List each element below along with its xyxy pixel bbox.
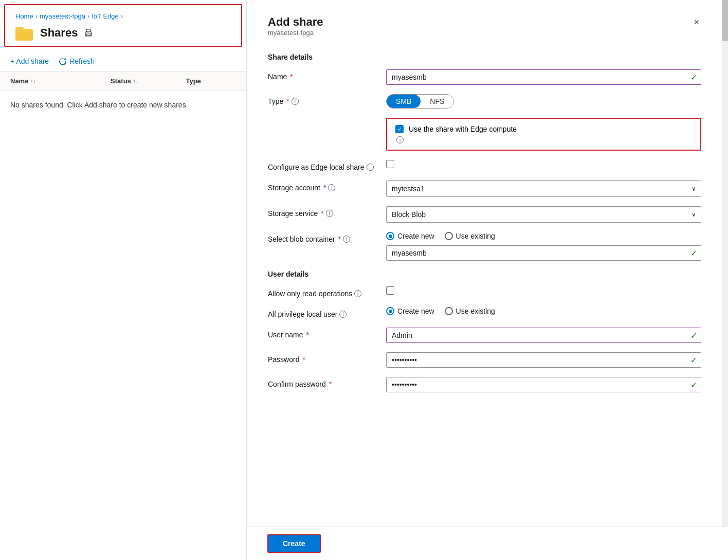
type-label: Type * i [268,94,386,105]
right-wrapper: Add share myasetest-fpga × Share details… [247,0,728,560]
type-nfs-option[interactable]: NFS [421,95,453,108]
table-header: Name ↑↓ Status ↑↓ Type [0,72,246,91]
edge-local-checkbox[interactable] [386,160,394,168]
blob-container-control: Create new Use existing ✓ [386,232,701,261]
edge-local-control [386,160,701,168]
blob-container-input-wrapper: ✓ [386,245,701,261]
storage-service-required: * [321,209,323,218]
blob-container-row: Select blob container * i Create new Use… [268,232,701,261]
scrollbar-track[interactable] [722,0,728,560]
name-row: Name * ✓ [268,69,701,85]
add-share-button[interactable]: + Add share [10,57,49,65]
add-share-drawer: Add share myasetest-fpga × Share details… [247,0,722,560]
type-smb-option[interactable]: SMB [387,95,421,108]
breadcrumb-device[interactable]: myasetest-fpga [40,12,85,20]
blob-container-info-icon[interactable]: i [343,236,350,243]
blob-use-existing-option[interactable]: Use existing [445,232,495,240]
svg-rect-1 [86,29,90,32]
read-ops-control [386,286,701,295]
storage-service-label: Storage service * i [268,206,386,218]
folder-icon [15,25,34,41]
edge-compute-checkbox-row: ✓ Use the share with Edge compute [395,125,692,133]
confirm-password-row: Confirm password * ✓ [268,377,701,392]
storage-account-info-icon[interactable]: i [328,184,335,191]
password-input[interactable] [386,352,701,368]
storage-service-select-wrapper: Block Blob Page Blob Azure Files ∨ [386,206,701,223]
breadcrumb-home[interactable]: Home [15,12,33,20]
storage-account-row: Storage account * i mytestsa1 ∨ [268,180,701,197]
confirm-password-input[interactable] [386,377,701,392]
blob-use-existing-radio[interactable] [445,232,453,240]
storage-service-info-icon[interactable]: i [326,210,333,217]
password-label: Password * [268,352,386,364]
blob-create-new-radio[interactable] [386,232,394,240]
blob-create-new-radio-inner [389,234,392,238]
privilege-use-existing-option[interactable]: Use existing [445,307,495,315]
read-ops-row: Allow only read operations i [268,286,701,298]
svg-point-3 [91,33,92,34]
breadcrumb-section[interactable]: IoT Edge [92,12,119,20]
privilege-user-row: All privilege local user i Create new Us… [268,307,701,318]
drawer-title-block: Add share myasetest-fpga [268,15,323,49]
edge-compute-info-icon[interactable]: i [396,136,404,143]
username-input[interactable] [386,328,701,343]
edge-compute-row: ✓ Use the share with Edge compute i [268,118,701,151]
refresh-icon [59,58,66,65]
privilege-use-existing-radio[interactable] [445,307,453,315]
print-icon[interactable] [84,28,93,38]
breadcrumb-highlighted-box: Home › myasetest-fpga › IoT Edge › Share… [4,4,242,47]
blob-container-required: * [338,235,341,243]
svg-rect-2 [86,34,90,35]
breadcrumb: Home › myasetest-fpga › IoT Edge › [15,12,231,20]
drawer-subtitle: myasetest-fpga [268,29,323,37]
storage-account-required: * [323,184,326,192]
storage-service-select[interactable]: Block Blob Page Blob Azure Files [386,206,701,223]
blob-create-new-option[interactable]: Create new [386,232,434,240]
sort-status-icon[interactable]: ↑↓ [133,78,138,84]
storage-service-control: Block Blob Page Blob Azure Files ∨ [386,206,701,223]
refresh-button[interactable]: Refresh [59,57,95,65]
storage-account-select[interactable]: mytestsa1 [386,180,701,197]
page-title-row: Shares [15,25,231,41]
password-check-icon: ✓ [690,355,697,365]
read-ops-info-icon[interactable]: i [354,290,361,297]
name-required: * [290,73,293,81]
col-status-header: Status ↑↓ [111,77,186,85]
name-label: Name * [268,69,386,81]
read-ops-checkbox[interactable] [386,286,394,295]
type-row: Type * i SMB NFS [268,94,701,109]
password-row: Password * ✓ [268,352,701,368]
name-input-wrapper: ✓ [386,69,701,85]
storage-account-label: Storage account * i [268,180,386,192]
bottom-spacer [268,402,701,432]
privilege-create-new-option[interactable]: Create new [386,307,434,315]
name-input[interactable] [386,69,701,85]
privilege-create-new-radio-inner [389,310,392,313]
type-info-icon[interactable]: i [292,98,299,105]
edge-local-info-icon[interactable]: i [367,164,374,171]
password-control: ✓ [386,352,701,368]
sort-name-icon[interactable]: ↑↓ [30,78,35,84]
edge-compute-checkbox[interactable]: ✓ [395,125,404,133]
empty-message: No shares found. Click Add share to crea… [0,91,246,119]
privilege-user-info-icon[interactable]: i [339,311,347,318]
page-title: Shares [40,26,78,40]
blob-container-input[interactable] [386,245,701,261]
blob-use-existing-label: Use existing [456,232,495,240]
col-type-header: Type [186,77,236,85]
edge-compute-control: ✓ Use the share with Edge compute i [386,118,701,151]
drawer-header: Add share myasetest-fpga × [268,15,701,49]
scrollbar-thumb[interactable] [722,0,728,41]
confirm-password-label: Confirm password * [268,377,386,388]
storage-account-select-wrapper: mytestsa1 ∨ [386,180,701,197]
close-button[interactable]: × [691,15,701,29]
share-details-section-label: Share details [268,53,701,61]
left-panel: Home › myasetest-fpga › IoT Edge › Share… [0,0,247,560]
blob-container-input-wrapper-outer: ✓ [386,245,701,261]
confirm-password-input-wrapper: ✓ [386,377,701,392]
confirm-password-check-icon: ✓ [690,380,697,390]
privilege-create-new-radio[interactable] [386,307,394,315]
name-check-icon: ✓ [690,73,697,82]
create-button[interactable]: Create [267,534,321,553]
username-label: User name * [268,328,386,339]
